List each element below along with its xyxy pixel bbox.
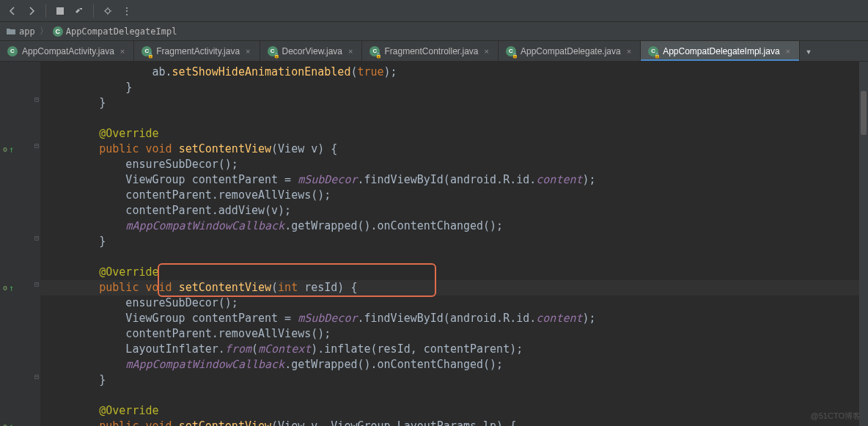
code-line[interactable]: ViewGroup contentParent = mSubDecor.find… — [40, 311, 868, 326]
code-line[interactable]: contentParent.removeAllViews(); — [40, 326, 868, 342]
nav-back-icon[interactable] — [4, 3, 21, 19]
code-line[interactable]: ensureSubDecor(); — [40, 157, 868, 172]
code-line[interactable]: @Override — [40, 403, 868, 419]
code-line[interactable]: @Override — [40, 126, 868, 142]
fold-icon[interactable]: ⊟ — [34, 95, 39, 103]
java-file-icon: C — [369, 46, 380, 56]
java-file-icon: C — [141, 46, 152, 56]
toolbar-separator — [45, 4, 46, 18]
tab-fragmentcontroller-java[interactable]: CFragmentController.java× — [362, 41, 499, 61]
tab-close-icon[interactable]: × — [625, 47, 633, 56]
fold-icon[interactable]: ⊟ — [34, 234, 39, 242]
main-toolbar: ⋮ — [0, 0, 868, 22]
wrench-icon[interactable] — [100, 3, 116, 19]
hammer-icon[interactable] — [71, 3, 87, 19]
breadcrumb-label: app — [19, 26, 35, 37]
tab-close-icon[interactable]: × — [784, 47, 792, 56]
breadcrumb-bar: app 〉 C AppCompatDelegateImpl — [0, 22, 868, 41]
tab-label: DecorView.java — [282, 46, 343, 56]
tab-appcompatactivity-java[interactable]: CAppCompatActivity.java× — [0, 41, 134, 61]
tab-close-icon[interactable]: × — [244, 47, 251, 56]
folder-icon — [6, 26, 16, 37]
tab-label: AppCompatDelegate.java — [521, 46, 621, 56]
breadcrumb-class[interactable]: C AppCompatDelegateImpl — [53, 26, 177, 37]
code-line[interactable] — [40, 249, 868, 265]
code-line[interactable]: public void setContentView(View v) { — [40, 142, 868, 157]
tab-close-icon[interactable]: × — [119, 47, 126, 56]
tab-label: FragmentActivity.java — [156, 46, 240, 56]
svg-rect-0 — [56, 7, 64, 15]
code-line[interactable]: public void setContentView(View v, ViewG… — [40, 419, 868, 426]
code-line[interactable]: contentParent.addView(v); — [40, 203, 868, 218]
code-line[interactable]: contentParent.removeAllViews(); — [40, 188, 868, 203]
code-line[interactable]: } — [40, 234, 868, 249]
code-line[interactable]: } — [40, 372, 868, 388]
tab-close-icon[interactable]: × — [347, 47, 354, 56]
fold-icon[interactable]: ⊟ — [34, 372, 39, 381]
code-line[interactable]: mAppCompatWindowCallback.getWrapped().on… — [40, 218, 868, 234]
java-file-icon: C — [648, 46, 658, 56]
nav-forward-icon[interactable] — [23, 3, 40, 19]
tab-appcompatdelegateimpl-java[interactable]: CAppCompatDelegateImpl.java× — [641, 41, 800, 61]
code-line[interactable]: mAppCompatWindowCallback.getWrapped().on… — [40, 357, 868, 372]
code-line[interactable]: ab.setShowHideAnimationEnabled(true); — [40, 65, 868, 80]
breadcrumb-label: AppCompatDelegateImpl — [66, 26, 177, 37]
gutter[interactable]: ⊟o↑⊟⊟o↑⊟⊟o↑ — [0, 62, 40, 426]
tab-label: AppCompatDelegateImpl.java — [663, 46, 779, 56]
vertical-scrollbar[interactable] — [859, 62, 868, 426]
tab-appcompatdelegate-java[interactable]: CAppCompatDelegate.java× — [499, 41, 641, 61]
overflow-icon[interactable]: ⋮ — [119, 3, 135, 19]
code-line[interactable]: public void setContentView(int resId) { — [40, 280, 868, 295]
scroll-thumb[interactable] — [861, 91, 867, 135]
svg-point-1 — [106, 9, 110, 13]
breadcrumb-separator: 〉 — [40, 25, 48, 37]
code-line[interactable]: LayoutInflater.from(mContext).inflate(re… — [40, 342, 868, 357]
java-file-icon: C — [506, 46, 516, 56]
tab-label: AppCompatActivity.java — [22, 46, 114, 56]
breadcrumb-app[interactable]: app — [6, 26, 35, 37]
code-line[interactable]: } — [40, 80, 868, 95]
code-view[interactable]: ab.setShowHideAnimationEnabled(true); } … — [40, 62, 868, 426]
code-line[interactable]: } — [40, 95, 868, 111]
code-line[interactable] — [40, 388, 868, 403]
code-line[interactable] — [40, 111, 868, 126]
editor-tabs: CAppCompatActivity.java×CFragmentActivit… — [0, 41, 868, 62]
java-file-icon: C — [7, 46, 18, 56]
tab-fragmentactivity-java[interactable]: CFragmentActivity.java× — [134, 41, 260, 61]
tab-label: FragmentController.java — [384, 46, 478, 56]
java-file-icon: C — [268, 46, 278, 56]
code-line[interactable]: ensureSubDecor(); — [40, 295, 868, 311]
fold-icon[interactable]: ⊟ — [34, 142, 39, 150]
override-gutter-icon[interactable]: o↑ — [0, 419, 40, 426]
stop-icon[interactable] — [52, 3, 68, 19]
tab-close-icon[interactable]: × — [483, 47, 490, 56]
code-line[interactable]: ViewGroup contentParent = mSubDecor.find… — [40, 172, 868, 188]
fold-icon[interactable]: ⊟ — [34, 280, 39, 288]
toolbar-separator — [93, 4, 94, 18]
class-icon: C — [53, 26, 63, 37]
tabs-overflow-icon[interactable]: ▾ — [800, 41, 817, 61]
editor-area: ⊟o↑⊟⊟o↑⊟⊟o↑ ab.setShowHideAnimationEnabl… — [0, 62, 868, 426]
tab-decorview-java[interactable]: CDecorView.java× — [260, 41, 363, 61]
watermark: @51CTO博客 — [811, 411, 861, 422]
code-line[interactable]: @Override — [40, 265, 868, 280]
